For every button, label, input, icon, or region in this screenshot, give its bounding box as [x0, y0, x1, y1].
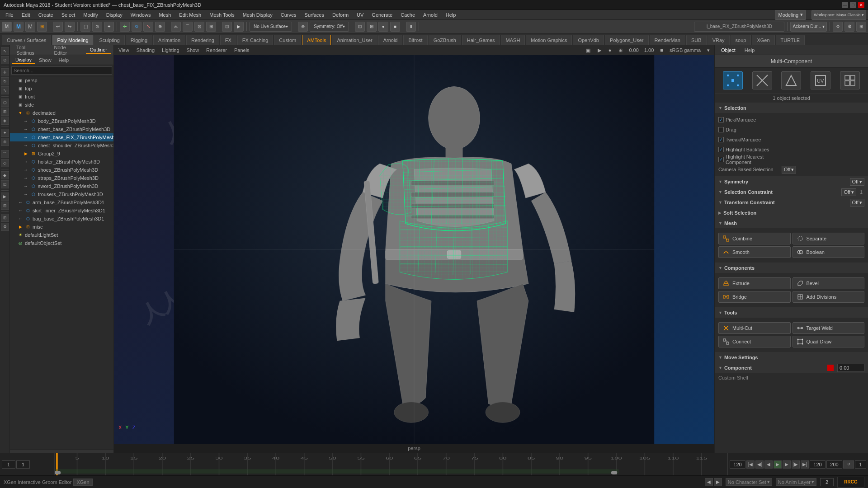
symmetry-dropdown[interactable]: Off ▾	[850, 178, 864, 186]
menu-deform[interactable]: Deform	[329, 11, 352, 19]
list-item[interactable]: ☀defaultLightSet	[10, 231, 113, 239]
viewport[interactable]: View Shading Lighting Show Renderer Pane…	[114, 45, 714, 453]
tab-soup[interactable]: soup	[731, 35, 751, 45]
tab-mash[interactable]: MASH	[501, 35, 525, 45]
vp-camera-icon[interactable]: ▣	[583, 47, 593, 54]
anim-end-input[interactable]	[810, 460, 826, 469]
pause-btn[interactable]: ⏸	[406, 22, 416, 32]
component-color-swatch[interactable]	[827, 365, 834, 371]
vertex-type-btn[interactable]	[723, 71, 743, 89]
minimize-button[interactable]: —	[842, 2, 848, 8]
paint-tool[interactable]: ✦	[1, 129, 9, 137]
menu-generate[interactable]: Generate	[368, 11, 396, 19]
multi-cut-btn[interactable]: Multi-Cut	[718, 322, 791, 334]
connect-btn[interactable]: Connect	[718, 336, 791, 347]
tweak-checkbox[interactable]	[718, 137, 724, 142]
component-section-header[interactable]: ▼ Component	[715, 363, 868, 373]
list-item[interactable]: ▼ ⊞decimated	[10, 109, 113, 117]
menu-display[interactable]: Display	[103, 11, 126, 19]
redo-btn[interactable]: ↪	[65, 22, 75, 32]
menu-modify[interactable]: Modify	[80, 11, 101, 19]
tab-openvdb[interactable]: OpenVdb	[573, 35, 604, 45]
list-item-selected[interactable]: ↔ ⬡chest_base_FIX_ZBrushPolyMesh3D	[10, 133, 113, 141]
frame-next-btn[interactable]: ▶	[714, 478, 722, 486]
vp-wire-icon[interactable]: ⊞	[616, 47, 625, 54]
list-item[interactable]: ▶ ⊞Group2_9	[10, 150, 113, 158]
rotate-btn[interactable]: ↻	[132, 22, 142, 32]
next-key-btn[interactable]: |▶	[792, 460, 800, 469]
vp-tab-shading[interactable]: Shading	[134, 47, 157, 54]
m2-icon[interactable]: M	[25, 22, 35, 32]
tab-hair-games[interactable]: Hair_Games	[462, 35, 500, 45]
menu-uv[interactable]: UV	[353, 11, 367, 19]
transform-constraint-dropdown[interactable]: Off ▾	[850, 199, 864, 206]
tab-bifrost[interactable]: Bifrost	[403, 35, 427, 45]
settings-btn1[interactable]: ⚙	[833, 22, 843, 32]
object-tab[interactable]: Object	[717, 47, 740, 54]
menu-mesh[interactable]: Mesh	[155, 11, 175, 19]
wireframe-btn[interactable]: ⊞	[367, 22, 377, 32]
select-mode-btn[interactable]: M	[2, 22, 12, 32]
vp-display-icon[interactable]: ●	[606, 47, 614, 54]
display-tab[interactable]: Display	[12, 56, 35, 64]
multi-type-btn[interactable]	[840, 71, 860, 89]
textured-btn[interactable]: ■	[390, 22, 400, 32]
scale-btn[interactable]: ⤡	[143, 22, 153, 32]
list-item[interactable]: ↔ ⬡skirt_inner_ZBrushPolyMesh3D1	[10, 206, 113, 215]
list-item[interactable]: ▣front	[10, 93, 113, 101]
move-btn[interactable]: ✛	[120, 22, 130, 32]
outliner-resize-handle[interactable]	[10, 449, 113, 453]
menu-edit-mesh[interactable]: Edit Mesh	[175, 11, 205, 19]
outliner-tab[interactable]: Outliner	[86, 46, 111, 54]
menu-surfaces[interactable]: Surfaces	[301, 11, 328, 19]
vp-tab-view[interactable]: View	[116, 47, 132, 54]
face-type-btn[interactable]	[781, 71, 801, 89]
show-tab[interactable]: Show	[35, 56, 55, 64]
pick-marquee-checkbox[interactable]	[718, 117, 724, 122]
joint-tool[interactable]: ◆	[1, 171, 9, 179]
play-btn[interactable]: ▶	[774, 460, 782, 469]
smooth-btn[interactable]: Smooth	[718, 246, 791, 258]
list-item[interactable]: ↔ ⬡chest_shoulder_ZBrushPolyMesh3D	[10, 141, 113, 150]
xgen-tab-btn[interactable]: XGen	[73, 479, 92, 486]
snap-point-btn[interactable]: ⊡	[194, 22, 204, 32]
camera-selection-dropdown[interactable]: Off ▾	[782, 166, 796, 174]
menu-select[interactable]: Select	[58, 11, 79, 19]
snapshot-btn[interactable]: ⊟	[1, 202, 9, 210]
list-item[interactable]: ↔ ⬡body_ZBrushPolyMesh3D	[10, 117, 113, 125]
tab-sub[interactable]: SUB	[686, 35, 707, 45]
snap-grid-btn[interactable]: ⩕	[171, 22, 181, 32]
menu-mesh-tools[interactable]: Mesh Tools	[206, 11, 238, 19]
menu-edit[interactable]: Edit	[18, 11, 34, 19]
maximize-button[interactable]: □	[850, 2, 856, 8]
undo-btn[interactable]: ↩	[53, 22, 63, 32]
list-item[interactable]: ▣side	[10, 101, 113, 109]
list-item[interactable]: ↔ ⬡chest_base_ZBrushPolyMesh3D	[10, 125, 113, 133]
selection-constraint-header[interactable]: ▼ Selection Constraint Off ▾ 1	[715, 187, 868, 197]
menu-cache[interactable]: Cache	[397, 11, 419, 19]
no-live-surface-btn[interactable]: No Live Surface ▾	[250, 22, 292, 32]
menu-curves[interactable]: Curves	[277, 11, 300, 19]
outliner-search-input[interactable]	[11, 66, 112, 75]
user-btn[interactable]: Ackeem Dur... ▾	[790, 22, 827, 32]
menu-help[interactable]: Help	[442, 11, 460, 19]
vp-gamma-dropdown[interactable]: ▾	[704, 47, 712, 54]
highlight-backfaces-checkbox[interactable]	[718, 147, 724, 152]
camera-btn[interactable]: ⊡	[222, 22, 232, 32]
vp-tab-renderer[interactable]: Renderer	[203, 47, 230, 54]
symmetry-btn[interactable]: Symmetry: Off ▾	[310, 22, 349, 32]
tab-polygons-user[interactable]: Polygons_User	[605, 35, 649, 45]
character-set-dropdown[interactable]: No Character Set ▾	[726, 478, 772, 486]
boolean-btn[interactable]: Boolean	[793, 246, 865, 258]
timeline-current-frame-input[interactable]	[16, 460, 30, 469]
separate-btn[interactable]: Separate	[793, 233, 865, 244]
move-tool[interactable]: ✛	[1, 68, 9, 76]
highlight-nearest-checkbox[interactable]	[718, 157, 724, 162]
paint-btn[interactable]: ✦	[104, 22, 114, 32]
cv-tool[interactable]: ◇	[1, 159, 9, 167]
lasso-btn[interactable]: ⊙	[92, 22, 102, 32]
go-to-start-btn[interactable]: |◀	[746, 460, 755, 469]
magnet-btn[interactable]: ⊕	[298, 22, 308, 32]
node-editor-tab[interactable]: Node Editor	[51, 44, 83, 56]
soft-selection-header[interactable]: ▶ Soft Selection	[715, 208, 868, 218]
